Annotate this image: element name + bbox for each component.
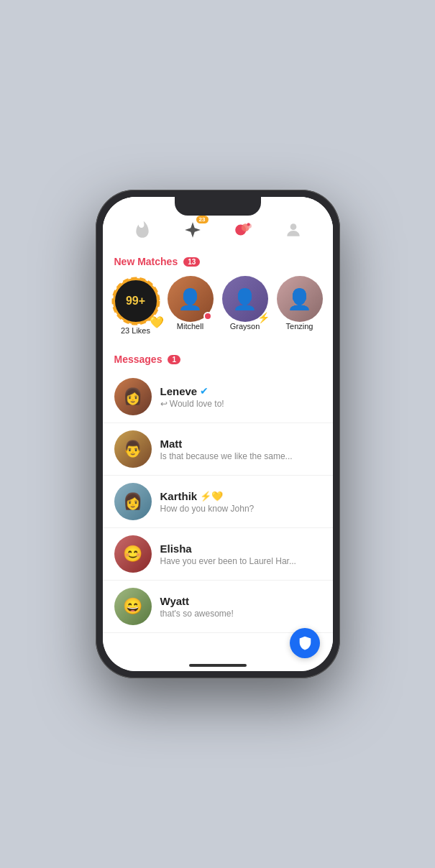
spark-nav-button[interactable]: 23	[183, 220, 203, 240]
matt-name: Matt	[160, 438, 183, 450]
likes-match-item[interactable]: 99+ 💛 23 Likes	[110, 276, 162, 335]
karthik-avatar: 👩	[114, 483, 152, 520]
wyatt-avatar: 😄	[114, 588, 152, 625]
flame-nav-button[interactable]	[132, 220, 152, 240]
chat-nav-button[interactable]	[233, 220, 253, 240]
wyatt-name: Wyatt	[160, 595, 190, 607]
tenzing-avatar: 👤	[277, 276, 323, 322]
mitchell-name: Mitchell	[177, 322, 203, 331]
notch	[175, 197, 261, 216]
message-item-leneve[interactable]: 👩 Leneve ✔ ↩ Would love to!	[103, 371, 333, 423]
karthik-name: Karthik	[160, 490, 198, 502]
new-matches-title: New Matches	[114, 256, 178, 267]
elisha-name: Elisha	[160, 542, 192, 555]
messages-badge: 1	[168, 355, 180, 364]
message-item-matt[interactable]: 👨 Matt Is that because we like the same.…	[103, 423, 333, 476]
message-item-karthik[interactable]: 👩 Karthik ⚡💛 How do you know John?	[103, 476, 333, 528]
leneve-content: Leneve ✔ ↩ Would love to!	[160, 385, 321, 409]
elisha-content: Elisha Have you ever been to Laurel Har.…	[160, 542, 321, 566]
likes-heart-icon: 💛	[150, 315, 164, 329]
svg-point-4	[290, 223, 296, 230]
grayson-boost-badge: ⚡	[257, 312, 270, 323]
messages-title: Messages	[114, 354, 162, 365]
leneve-verified-icon: ✔	[200, 385, 209, 397]
karthik-boost-icon: ⚡💛	[200, 491, 223, 502]
karthik-content: Karthik ⚡💛 How do you know John?	[160, 490, 321, 514]
matt-content: Matt Is that because we like the same...	[160, 438, 321, 461]
likes-label: 23 Likes	[121, 326, 150, 335]
spark-badge: 23	[196, 216, 209, 223]
elisha-preview: Have you ever been to Laurel Har...	[160, 556, 321, 566]
grayson-name: Grayson	[230, 322, 260, 331]
tenzing-match-item[interactable]: 👤 Tenzing	[274, 276, 326, 335]
wyatt-content: Wyatt that's so awesome!	[160, 595, 321, 619]
mitchell-online-dot	[203, 312, 212, 320]
leneve-avatar: 👩	[114, 378, 152, 415]
profile-nav-button[interactable]	[283, 220, 303, 240]
shield-fab-button[interactable]	[290, 628, 320, 658]
home-indicator	[189, 664, 247, 667]
message-item-elisha[interactable]: 😊 Elisha Have you ever been to Laurel Ha…	[103, 528, 333, 581]
phone-frame: 23	[96, 190, 340, 678]
messages-section: Messages 1 👩 Leneve ✔ ↩ Would love to!	[103, 345, 333, 633]
grayson-match-item[interactable]: 👤 ⚡ Grayson	[219, 276, 271, 335]
screen: 23	[103, 197, 333, 671]
matches-row: 99+ 💛 23 Likes 👤	[103, 273, 333, 345]
leneve-preview: ↩ Would love to!	[160, 399, 321, 409]
matt-preview: Is that because we like the same...	[160, 451, 321, 461]
svg-point-3	[247, 223, 249, 226]
karthik-preview: How do you know John?	[160, 504, 321, 514]
elisha-avatar: 😊	[114, 535, 152, 573]
tenzing-name: Tenzing	[286, 322, 313, 331]
mitchell-match-item[interactable]: 👤 Mitchell	[165, 276, 216, 335]
content-area: New Matches 13 99+ 💛	[103, 247, 333, 671]
wyatt-preview: that's so awesome!	[160, 609, 321, 619]
likes-count: 99+	[126, 295, 145, 308]
leneve-name: Leneve	[160, 385, 198, 397]
message-item-wyatt[interactable]: 😄 Wyatt that's so awesome!	[103, 581, 333, 633]
new-matches-badge: 13	[183, 257, 200, 267]
new-matches-header: New Matches 13	[103, 247, 333, 273]
phone-screen: 23	[103, 197, 333, 671]
matt-avatar: 👨	[114, 430, 152, 468]
messages-header: Messages 1	[103, 345, 333, 371]
